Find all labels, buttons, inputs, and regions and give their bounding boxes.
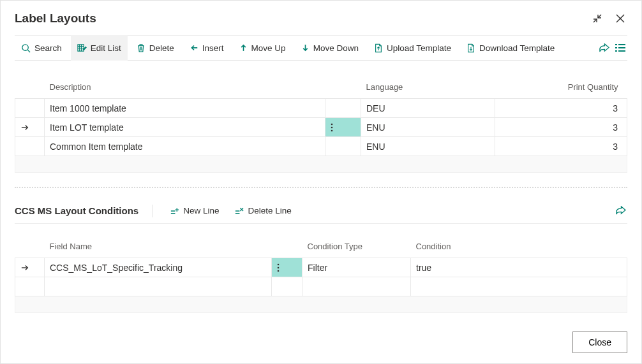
cell-qty[interactable]: 3 [495,137,627,156]
move-up-button[interactable]: Move Up [233,35,292,61]
row-selected-arrow-icon [15,118,45,137]
section-divider [15,187,627,188]
cell-language[interactable]: DEU [361,99,495,118]
move-up-label: Move Up [251,43,286,53]
download-template-button[interactable]: Download Template [460,35,561,61]
svg-rect-2 [615,44,617,45]
cell-qty[interactable]: 3 [495,99,627,118]
table-row[interactable]: Item LOT template ENU 3 [15,118,627,137]
vertical-dots-icon [277,263,280,272]
edit-list-icon [77,43,87,53]
svg-rect-4 [615,47,617,48]
row-actions[interactable] [325,137,361,156]
svg-rect-5 [618,47,625,48]
svg-point-10 [331,129,333,131]
table-row[interactable]: Item 1000 template DEU 3 [15,99,627,118]
vertical-dots-icon [331,123,333,132]
label-layouts-dialog: Label Layouts Search Edit List [0,0,642,364]
svg-rect-7 [618,50,625,52]
insert-icon [190,43,198,52]
svg-point-9 [331,126,333,128]
new-line-button[interactable]: New Line [163,198,225,224]
share-icon[interactable] [613,204,627,218]
delete-line-icon [234,207,244,215]
new-line-icon [170,207,179,215]
edit-list-button[interactable]: Edit List [71,35,128,61]
col-field-name[interactable]: Field Name [45,237,272,258]
cell-cond[interactable]: true [411,258,627,277]
cell-language[interactable]: ENU [361,118,495,137]
download-icon [467,43,475,53]
collapse-icon[interactable] [590,11,604,25]
cell-description[interactable]: Item 1000 template [45,99,325,118]
cell-qty[interactable]: 3 [495,118,627,137]
svg-rect-3 [618,44,625,45]
col-language[interactable]: Language [361,77,495,99]
row-actions[interactable] [325,118,361,137]
download-template-label: Download Template [479,43,555,53]
arrow-up-icon [239,43,248,52]
share-icon[interactable] [597,41,611,55]
insert-label: Insert [202,43,224,53]
col-description[interactable]: Description [45,77,325,99]
delete-label: Delete [149,43,174,53]
trash-icon [137,43,146,53]
table-row[interactable] [15,277,627,296]
insert-button[interactable]: Insert [183,35,230,61]
move-down-label: Move Down [313,43,359,53]
upload-icon [374,43,383,53]
search-icon [21,43,31,53]
header-actions [590,11,627,25]
cell-description[interactable]: Item LOT template [45,118,325,137]
svg-point-8 [331,123,333,125]
search-button[interactable]: Search [15,35,68,61]
delete-line-button[interactable]: Delete Line [228,198,297,224]
toolbar: Search Edit List Delete Insert Move Up M… [15,35,627,61]
row-actions[interactable] [325,99,361,118]
row-selected-arrow-icon [15,258,45,277]
svg-point-0 [22,44,28,50]
move-down-button[interactable]: Move Down [295,35,365,61]
cell-ctype[interactable]: Filter [302,258,411,277]
blank-row [15,156,627,173]
col-condition[interactable]: Condition [411,237,627,258]
col-print-qty[interactable]: Print Quantity [495,77,627,99]
dialog-header: Label Layouts [15,1,627,31]
delete-button[interactable]: Delete [130,35,181,61]
row-actions[interactable] [272,258,302,277]
svg-point-13 [278,270,280,272]
arrow-down-icon [301,43,310,52]
dialog-title: Label Layouts [15,11,96,25]
footer: Close [572,331,627,353]
close-button[interactable]: Close [572,331,627,353]
close-icon[interactable] [613,11,627,25]
cell-description[interactable]: Common Item template [45,137,325,156]
col-condition-type[interactable]: Condition Type [302,237,411,258]
svg-point-11 [278,263,280,265]
cell-language[interactable]: ENU [361,137,495,156]
conditions-title: CCS MS Layout Conditions [15,205,142,216]
upload-template-label: Upload Template [387,43,451,53]
search-label: Search [34,43,62,53]
menu-icon[interactable] [613,41,627,55]
svg-point-12 [278,266,280,268]
svg-rect-6 [615,50,617,52]
table-row[interactable]: CCS_MS_LoT_Specific_Tracking Filter true [15,258,627,277]
table-row[interactable]: Common Item template ENU 3 [15,137,627,156]
conditions-table: Field Name Condition Type Condition CCS_… [15,237,627,313]
conditions-header: CCS MS Layout Conditions New Line Delete… [15,198,627,224]
edit-list-label: Edit List [91,43,121,53]
new-line-label: New Line [183,206,219,215]
cell-field[interactable]: CCS_MS_LoT_Specific_Tracking [45,258,272,277]
blank-row [15,296,627,313]
upload-template-button[interactable]: Upload Template [368,35,458,61]
delete-line-label: Delete Line [248,206,291,215]
layouts-table: Description Language Print Quantity Item… [15,77,627,173]
